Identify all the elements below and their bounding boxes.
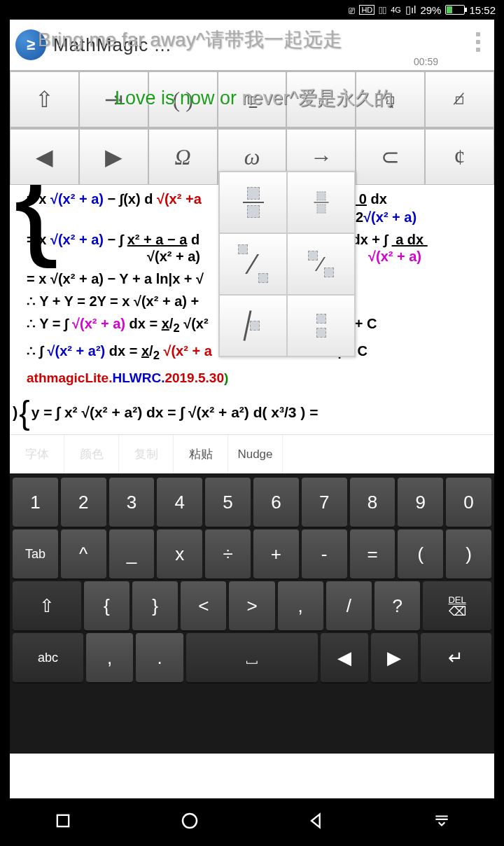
key-shift[interactable]: ⇧ [13,581,81,630]
status-bar: ⎚ HD ◉᷍ 4G ▯ıl 29% 15:52 [0,0,504,20]
fraction-popup: ⁄ ⁄ [218,171,356,357]
cast-icon: ⎚ [349,4,355,16]
key-1[interactable]: 1 [13,478,58,527]
key-comma2[interactable]: , [86,633,133,682]
equation-input-line[interactable]: ){y = ∫ x² √(x² + a²) dx = ∫ √(x² + a²) … [13,394,318,431]
key-left[interactable]: ◀ [321,633,368,682]
wifi-icon: ◉᷍ [379,4,386,16]
fraction-vertical-button[interactable] [219,172,287,233]
left-arrow-button[interactable]: ◀ [10,129,79,185]
key-divide[interactable]: ÷ [205,529,251,578]
key-slash[interactable]: / [326,581,372,630]
key-abc[interactable]: abc [13,633,83,682]
lyric-overlay-2: Love is now or never^爱是永久的 [115,85,393,111]
svg-point-1 [183,814,197,828]
key-minus[interactable]: - [302,529,347,578]
key-tab[interactable]: Tab [13,529,58,578]
key-comma[interactable]: , [278,581,323,630]
tab-copy[interactable]: 复制 [119,435,174,473]
subset-symbol-button[interactable]: ⊂ [356,129,425,185]
key-brace-open[interactable]: { [84,581,130,630]
tab-font[interactable]: 字体 [10,435,64,473]
key-underscore[interactable]: _ [109,529,155,578]
key-lt[interactable]: < [181,581,226,630]
key-8[interactable]: 8 [350,478,396,527]
keyboard-row-4: abc , . ⎵ ◀ ▶ ↵ [13,633,491,682]
svg-rect-0 [57,815,69,826]
nav-home-button[interactable] [179,810,200,834]
tab-color[interactable]: 颜色 [64,435,119,473]
cent-symbol-button[interactable]: ¢ [425,129,494,185]
tab-paste[interactable]: 粘贴 [174,435,228,473]
key-gt[interactable]: > [229,581,274,630]
battery-icon [445,5,465,15]
key-period[interactable]: . [136,633,183,682]
fraction-diag-button[interactable]: ⁄ [287,233,355,295]
key-paren-close[interactable]: ) [446,529,491,578]
keyboard-row-3: ⇧ { } < > , / ? DEL⌫ [13,581,491,630]
app-header: ≥ MathMagic ... Bring me far away^请带我一起远… [10,20,494,70]
key-delete[interactable]: DEL⌫ [423,581,491,630]
key-0[interactable]: 0 [446,478,491,527]
keyboard-row-1: 1 2 3 4 5 6 7 8 9 0 [13,478,491,527]
system-nav-bar [0,798,504,846]
key-3[interactable]: 3 [109,478,155,527]
clock: 15:52 [469,4,496,16]
key-2[interactable]: 2 [61,478,106,527]
edit-tabs: 字体 颜色 复制 粘贴 Nudge [10,434,494,473]
tab-nudge[interactable]: Nudge [228,435,283,473]
key-space[interactable]: ⎵ [186,633,318,682]
nav-recent-button[interactable] [53,811,73,833]
keyboard-row-2: Tab ^ _ x ÷ + - = ( ) [13,529,491,578]
math-toolbar-row-1: Love is now or never^爱是永久的 ⇧ ⇥ ( ) ▫̲ ▫ٜ… [10,70,494,127]
overflow-menu-button[interactable] [476,32,480,52]
key-question[interactable]: ? [374,581,420,630]
key-4[interactable]: 4 [157,478,202,527]
keyboard: 1 2 3 4 5 6 7 8 9 0 Tab ^ _ x ÷ + - = ( … [10,473,494,754]
fraction-small-button[interactable] [287,172,355,233]
key-9[interactable]: 9 [398,478,443,527]
network-icon: 4G [391,6,401,14]
fraction-stack-button[interactable] [287,295,355,356]
media-timer: 00:59 [414,56,438,67]
key-caret[interactable]: ^ [61,529,106,578]
right-arrow-button[interactable]: ▶ [79,129,148,185]
key-6[interactable]: 6 [253,478,299,527]
nav-drawer-button[interactable] [433,812,451,833]
fraction-slash-button[interactable]: ⁄ [219,233,287,295]
key-plus[interactable]: + [253,529,299,578]
key-right[interactable]: ▶ [371,633,418,682]
key-equals[interactable]: = [350,529,396,578]
battery-percent: 29% [420,4,441,16]
key-enter[interactable]: ↵ [421,633,491,682]
hd-icon: HD [359,5,374,15]
nav-back-button[interactable] [307,811,326,833]
key-paren-open[interactable]: ( [398,529,443,578]
strike-template-button[interactable]: ▫̸ [425,71,494,127]
shift-up-button[interactable]: ⇧ [10,71,79,127]
fraction-bar-button[interactable] [219,295,287,356]
key-5[interactable]: 5 [205,478,251,527]
signal-icon: ▯ıl [405,4,416,16]
lyric-overlay-1: Bring me far away^请带我一起远走 [38,27,342,53]
key-x[interactable]: x [157,529,202,578]
key-brace-close[interactable]: } [132,581,178,630]
omega-upper-button[interactable]: Ω [148,129,218,185]
key-7[interactable]: 7 [302,478,347,527]
